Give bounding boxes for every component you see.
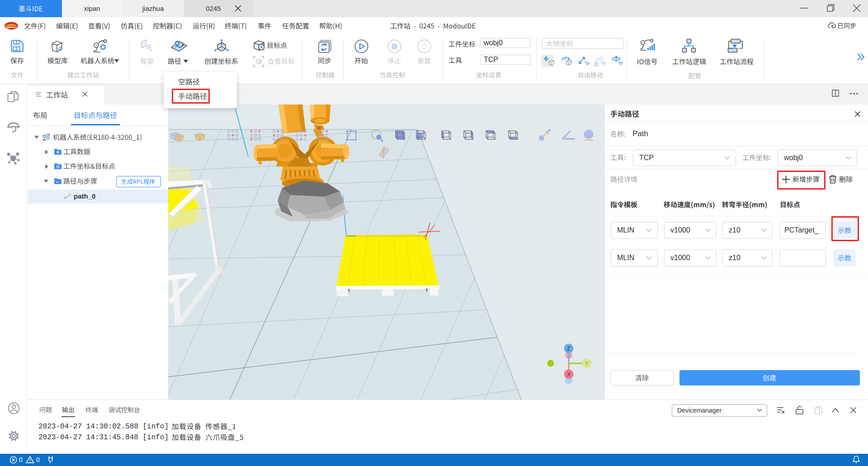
svg-text:X: X	[567, 371, 571, 378]
svg-text:Y: Y	[585, 361, 589, 367]
svg-text:Z: Z	[567, 346, 570, 352]
